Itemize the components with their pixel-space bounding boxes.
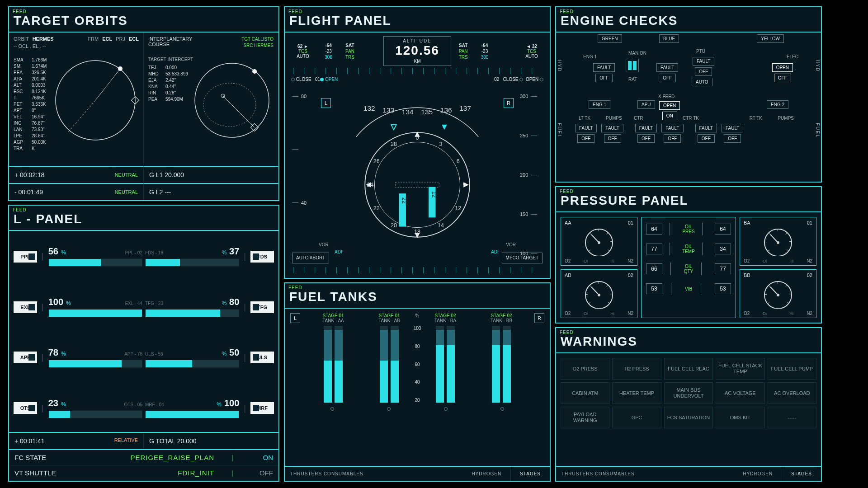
warnings-title: WARNINGS: [556, 328, 821, 352]
lp-button-uls[interactable]: ULS: [250, 352, 274, 363]
status-time-1: + 00:02:18NEUTRAL: [9, 166, 144, 183]
svg-line-61: [608, 302, 610, 303]
warning-cell[interactable]: HEATER TEMP: [612, 382, 661, 404]
lp-slot-tfg: TFG - 23%80|TFG: [145, 287, 274, 328]
fuel-pump-1[interactable]: FAULTOFF: [600, 123, 624, 144]
lp-button-tfg[interactable]: TFG: [250, 301, 274, 313]
warning-cell[interactable]: FUEL CELL REAC: [664, 358, 713, 380]
compass-gauge-icon[interactable]: 132133134135136137 03691214182022242628: [330, 84, 505, 259]
meco-target-button[interactable]: MECO TARGET: [502, 253, 542, 263]
lp-button-exl[interactable]: EXL: [14, 301, 37, 313]
lp-footer-total: G TOTAL 20.000: [144, 433, 278, 449]
eng1-fuel-btn[interactable]: ENG 1: [589, 100, 610, 109]
ptu-box[interactable]: FAULTOFF: [692, 56, 715, 77]
eng2-fuel-btn[interactable]: ENG 2: [767, 100, 788, 109]
tab-hydrogen[interactable]: HYDROGEN: [462, 467, 510, 481]
warnings-panel: FEED WARNINGS O2 PRESSH2 PRESSFUEL CELL …: [555, 327, 822, 482]
fuel-pump-3[interactable]: FAULTOFF: [660, 123, 684, 144]
fuel-pump-5[interactable]: FAULTOFF: [721, 123, 744, 144]
left-scale: 8040: [292, 94, 315, 256]
green-indicator[interactable]: GREEN: [598, 34, 622, 43]
orbit-diagram-icon: [50, 51, 141, 145]
svg-line-67: [769, 233, 770, 235]
svg-point-7: [252, 69, 257, 74]
tank-bars: [307, 326, 360, 403]
close-indicator-icon: [291, 78, 295, 81]
auto-box[interactable]: AUTO: [692, 78, 712, 86]
engine-checks-title: ENGINE CHECKS: [556, 7, 821, 32]
warning-cell[interactable]: AC VOLTAGE: [716, 382, 764, 404]
lp-button-mrf[interactable]: MRF: [250, 402, 274, 414]
svg-line-49: [607, 233, 608, 235]
tab-hydrogen-2[interactable]: HYDROGEN: [734, 467, 782, 481]
lp-button-ppl[interactable]: PPL: [14, 251, 37, 263]
orbit-params-box: ORBIT HERMES FRM ECL PRJ ECL -- OCL . EL…: [9, 33, 144, 166]
blue-hyd[interactable]: FAULTOFF: [656, 62, 679, 83]
status-l2: G L2 ---: [144, 183, 278, 200]
fc-toggle[interactable]: ON: [246, 454, 273, 461]
elec-box[interactable]: OPENOFF: [771, 62, 794, 83]
ft-r-badge[interactable]: R: [534, 313, 544, 323]
gauge-bb: BB02 O2OiHiN2: [740, 269, 816, 318]
warning-cell[interactable]: MAIN BUS UNDERVOLT: [664, 382, 713, 404]
svg-text:20: 20: [391, 222, 397, 229]
engine-checks-panel: FEED ENGINE CHECKS HYD HYD FUEL FUEL GRE…: [555, 6, 822, 183]
gauge-icon: [579, 225, 619, 256]
l-panel-title: L - PANEL: [9, 206, 278, 230]
vor-left-label: VOR: [319, 242, 329, 247]
warning-cell[interactable]: FUEL CELL STACK TEMP: [716, 358, 764, 380]
gauge-aa: AA01 O2OiHiN2: [561, 217, 637, 266]
pressure-row: 64 OILPRES 64: [646, 223, 731, 235]
tab-stages-2[interactable]: STAGES: [782, 467, 821, 481]
scale-ticks-icon: [293, 68, 542, 74]
gauge-ba: BA01 O2OiHiN2: [740, 217, 816, 266]
fuel-pump-0[interactable]: FAULTOFF: [574, 123, 598, 144]
warning-cell[interactable]: OMS KIT: [716, 407, 764, 428]
fuel-tanks-panel: FEED FUEL TANKS LSTAGE 01TANK - AASTAGE …: [284, 282, 551, 482]
svg-text:26: 26: [373, 158, 380, 164]
r-badge[interactable]: R: [504, 98, 514, 108]
warning-cell[interactable]: -----: [768, 407, 816, 428]
svg-marker-17: [391, 125, 396, 130]
ft-l-badge[interactable]: L: [290, 313, 300, 323]
svg-text:22: 22: [373, 205, 380, 211]
warning-cell[interactable]: PAYLOAD WARNING: [561, 407, 609, 428]
man-on-switch[interactable]: [626, 59, 639, 72]
target-intercept-box: INTERPLANETARY COURSE TGT CALLISTO SRC H…: [144, 33, 278, 166]
warning-cell[interactable]: CABIN ATM: [561, 382, 609, 404]
fuel-pump-2[interactable]: FAULTOFF: [634, 123, 658, 144]
svg-point-3: [118, 66, 123, 71]
fuel-pump-4[interactable]: FAULTOFF: [694, 123, 718, 144]
auto-abort-button[interactable]: AUTO ABORT: [292, 253, 329, 263]
fc-toggle[interactable]: OFF: [246, 469, 273, 477]
tab-stages[interactable]: STAGES: [510, 467, 550, 481]
lp-button-fds[interactable]: FDS: [250, 251, 274, 263]
xfeed-box[interactable]: OPENON: [658, 100, 681, 121]
warning-cell[interactable]: FCS SATURATION: [664, 407, 713, 428]
target-orbits-panel: FEED TARGET ORBITS ORBIT HERMES FRM ECL …: [8, 6, 279, 201]
warning-cell[interactable]: GPC: [612, 407, 661, 428]
fp-right-edge: ◄ 32 TCS AUTO: [518, 44, 545, 59]
warning-cell[interactable]: FUEL CELL PUMP: [768, 358, 816, 380]
fp-grp-right: SAT-64PAN-23TRS300: [453, 43, 516, 60]
svg-line-9: [223, 96, 255, 127]
l-badge[interactable]: L: [321, 98, 331, 108]
scale-ticks-icon: [293, 267, 542, 273]
warning-cell[interactable]: H2 PRESS: [612, 358, 661, 380]
gauge-icon: [758, 225, 798, 256]
yellow-indicator[interactable]: YELLOW: [757, 34, 784, 43]
lp-button-ots[interactable]: OTS: [14, 402, 37, 414]
warning-cell[interactable]: O2 PRESS: [561, 358, 609, 380]
svg-line-51: [608, 249, 610, 251]
blue-indicator[interactable]: BLUE: [659, 34, 679, 43]
fuel-tanks-title: FUEL TANKS: [285, 283, 550, 308]
warning-cell[interactable]: AC OVERLOAD: [768, 382, 816, 404]
svg-text:22: 22: [401, 197, 407, 204]
status-time-2: - 00:01:49NEUTRAL: [9, 183, 144, 200]
lp-button-app[interactable]: APP: [14, 352, 37, 363]
svg-point-20: [374, 142, 460, 227]
lp-slot-ots: OTS|23%OTS - 05: [14, 388, 142, 428]
eng1-hyd[interactable]: FAULTOFF: [592, 62, 616, 83]
apu-btn[interactable]: APU: [637, 100, 655, 109]
svg-line-47: [590, 233, 591, 235]
